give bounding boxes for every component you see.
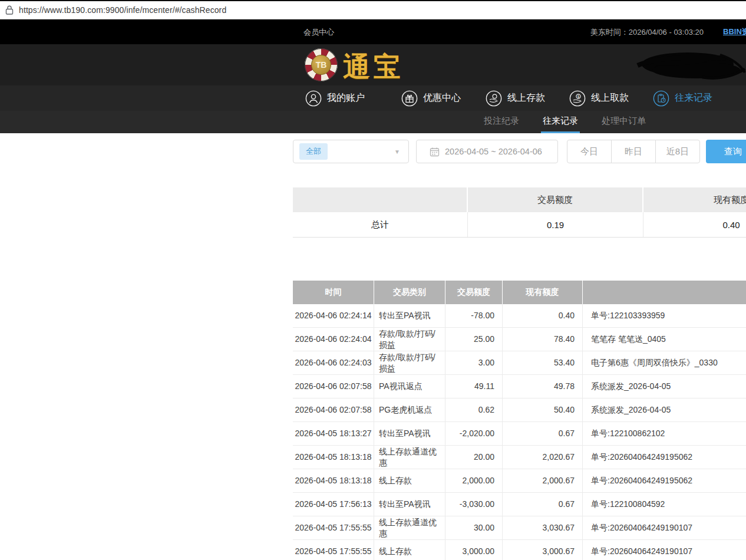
table-row: 2026-04-05 17:56:13 转出至PA视讯 -3,030.00 0.… [293,493,746,516]
cell-type: PA视讯返点 [374,375,445,398]
summary-total-label: 总计 [293,212,468,237]
poker-chip-logo: TB [305,48,338,81]
tab-transaction-records[interactable]: 往来记录 [541,111,580,133]
summary-header-amount: 交易额度 [468,187,643,212]
category-selected-chip[interactable]: 全部 [299,143,328,160]
svg-text:$: $ [577,94,579,99]
cell-amount: 2,000.00 [445,469,503,492]
today-button[interactable]: 今日 [567,140,612,163]
cell-time: 2026-04-06 02:07:58 [293,398,374,421]
nav-item-my-account[interactable]: 我的账户 [305,85,365,111]
cell-balance: 49.78 [503,375,583,398]
cell-summary: 单号:202604064249195062 [583,469,746,492]
logo-chip-text: TB [311,55,331,75]
quick-date-buttons: 今日 昨日 近8日 [567,140,700,163]
cell-time: 2026-04-05 18:13:18 [293,446,374,469]
summary-table: 交易额度 现有额度 总计 0.19 0.40 [293,187,746,238]
nav-item-online-deposit[interactable]: 线上存款 [486,85,545,111]
header-type: 交易类别 [374,281,445,304]
table-row: 2026-04-06 02:24:03 存款/取款/打码/损益 3.00 53.… [293,351,746,375]
brand-name: 通宝 [343,49,404,85]
cell-type: 线上存款通道优惠 [374,516,445,539]
cell-summary: 电子第6惠《周周双倍快乐》_0330 [583,351,746,374]
header-balance: 现有额度 [503,281,583,304]
cell-time: 2026-04-05 17:56:13 [293,493,374,516]
withdraw-coin-hand-icon: $ [569,90,586,107]
header-amount: 交易额度 [445,281,503,304]
cell-summary: 单号:122103393959 [583,304,746,327]
nav-label: 线上取款 [591,92,629,104]
cell-summary: 单号:122100804592 [583,493,746,516]
cell-type: 线上存款 [374,540,445,560]
transactions-table-body: 2026-04-06 02:24:14 转出至PA视讯 -78.00 0.40 … [293,304,746,560]
cell-time: 2026-04-06 02:24:03 [293,351,374,374]
tab-pending-orders[interactable]: 处理中订单 [600,111,648,133]
nav-label: 线上存款 [507,92,545,104]
tab-betting-records[interactable]: 投注纪录 [482,111,521,133]
cell-type: 线上存款 [374,469,445,492]
cell-balance: 53.40 [503,351,583,374]
lock-icon [5,5,14,15]
cell-type: 转出至PA视讯 [374,493,445,516]
search-button[interactable]: 查询 [706,140,746,163]
main-nav: 我的账户 优惠中心 线上存款 $ 线上取款 [0,85,746,111]
nav-item-promotions[interactable]: 优惠中心 [401,85,461,111]
cell-balance: 0.67 [503,422,583,445]
cell-amount: 20.00 [445,446,503,469]
cell-amount: -2,020.00 [445,422,503,445]
cell-type: 转出至PA视讯 [374,422,445,445]
top-bar: 会员中心 美东时间：2026/04/06 - 03:03:20 BBIN资讯端 [0,19,746,44]
summary-total-amount: 0.19 [468,212,643,237]
category-select[interactable]: 全部 ▼ [293,140,409,163]
nav-label: 优惠中心 [423,92,461,104]
chevron-down-icon: ▼ [394,149,400,155]
redacted-username-scribble [632,48,746,84]
transactions-table: 时间 交易类别 交易额度 现有额度 摘要 2026-04-06 02:24:14… [293,281,746,560]
nav-label: 往来记录 [675,92,712,104]
table-row: 2026-04-05 17:55:55 线上存款通道优惠 30.00 3,030… [293,516,746,540]
us-eastern-time: 美东时间：2026/04/06 - 03:03:20 [590,27,704,38]
cell-balance: 0.67 [503,493,583,516]
yesterday-button[interactable]: 昨日 [611,140,656,163]
last-8-days-button[interactable]: 近8日 [655,140,700,163]
cell-amount: -3,030.00 [445,493,503,516]
cell-time: 2026-04-06 02:07:58 [293,375,374,398]
cell-summary: 单号:202604064249190107 [583,540,746,560]
nav-item-online-withdrawal[interactable]: $ 线上取款 [569,85,629,111]
cell-time: 2026-04-06 02:24:04 [293,328,374,351]
cell-amount: 3.00 [445,351,503,374]
cell-amount: -78.00 [445,304,503,327]
cell-summary: 单号:202604064249195062 [583,446,746,469]
nav-item-transaction-records[interactable]: 往来记录 [653,85,712,111]
cell-balance: 2,000.67 [503,469,583,492]
browser-address-bar[interactable]: https://www.tb190.com:9900/infe/mcenter/… [0,0,746,19]
cell-amount: 30.00 [445,516,503,539]
cell-time: 2026-04-05 18:13:27 [293,422,374,445]
nav-label: 我的账户 [327,92,365,104]
cell-amount: 3,000.00 [445,540,503,560]
cell-balance: 0.40 [503,304,583,327]
header-time: 时间 [293,281,374,304]
cell-balance: 3,030.67 [503,516,583,539]
cell-type: 存款/取款/打码/损益 [374,328,445,351]
cell-summary: 系统派发_2026-04-05 [583,375,746,398]
table-row: 2026-04-05 18:13:27 转出至PA视讯 -2,020.00 0.… [293,422,746,446]
cell-time: 2026-04-05 18:13:18 [293,469,374,492]
cell-type: 线上存款通道优惠 [374,446,445,469]
cell-time: 2026-04-06 02:24:14 [293,304,374,327]
summary-total-row: 总计 0.19 0.40 [293,212,746,238]
summary-header-row: 交易额度 现有额度 [293,187,746,212]
cell-balance: 2,020.67 [503,446,583,469]
user-icon [305,90,322,107]
table-row: 2026-04-05 17:55:55 线上存款 3,000.00 3,000.… [293,540,746,560]
table-row: 2026-04-05 18:13:18 线上存款 2,000.00 2,000.… [293,469,746,493]
date-range-input[interactable]: 2026-04-05 ~ 2026-04-06 [416,140,558,163]
header-summary: 摘要 [583,281,746,304]
summary-header-balance: 现有额度 [643,187,746,212]
bbin-link[interactable]: BBIN资讯端 [723,27,746,37]
cell-summary: 系统派发_2026-04-05 [583,398,746,421]
table-row: 2026-04-06 02:07:58 PG老虎机返点 0.62 50.40 系… [293,398,746,422]
cell-balance: 78.40 [503,328,583,351]
date-range-value: 2026-04-05 ~ 2026-04-06 [445,147,542,156]
cell-type: PG老虎机返点 [374,398,445,421]
